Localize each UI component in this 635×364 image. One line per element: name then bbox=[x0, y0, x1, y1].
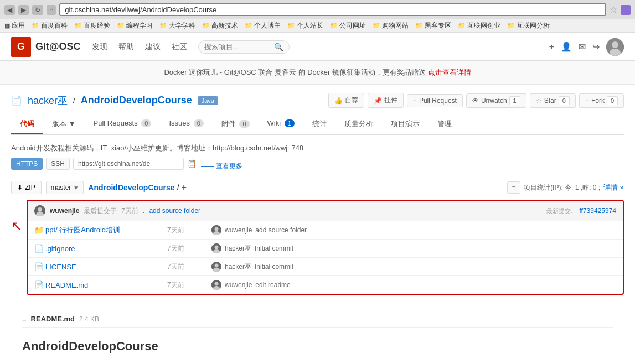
tab-quality[interactable]: 质量分析 bbox=[335, 115, 382, 134]
banner-link[interactable]: 点击查看详情 bbox=[428, 68, 471, 76]
svg-point-16 bbox=[215, 282, 219, 286]
star-button[interactable]: ☆ Star 0 bbox=[530, 93, 576, 108]
owner-link[interactable]: hacker巫 bbox=[28, 95, 68, 106]
file-name-link[interactable]: ppt/ 行行圈Android培训 bbox=[45, 225, 167, 235]
bookmark-gaoxin[interactable]: 📁 高新技术 bbox=[202, 21, 238, 30]
tab-versions[interactable]: 版本 ▼ bbox=[43, 115, 85, 134]
fork-button[interactable]: ⑂ Fork 0 bbox=[579, 93, 624, 108]
tab-attachments[interactable]: 附件 0 bbox=[213, 115, 259, 134]
file-list: 📁 ppt/ 行行圈Android培训 7天前 wuwenjie add sou… bbox=[28, 221, 623, 294]
tab-wiki[interactable]: Wiki 1 bbox=[259, 115, 303, 134]
tab-demo[interactable]: 项目演示 bbox=[382, 115, 429, 134]
file-author-avatar bbox=[211, 225, 221, 235]
tab-pullrequests[interactable]: Pull Requests 0 bbox=[85, 115, 161, 134]
search-input[interactable] bbox=[204, 43, 271, 51]
avatar-image bbox=[606, 38, 624, 56]
bookmark-zhanzhan[interactable]: 📁 个人站长 bbox=[287, 21, 323, 30]
url-bar[interactable] bbox=[59, 3, 606, 16]
bookmark-apps[interactable]: ▦ 应用 bbox=[4, 21, 25, 30]
nav-discover[interactable]: 发现 bbox=[92, 42, 107, 52]
bookmark-star-button[interactable]: ☆ bbox=[610, 4, 617, 15]
file-name-link[interactable]: LICENSE bbox=[45, 263, 167, 271]
zip-label: ZIP bbox=[25, 184, 35, 191]
folder-icon: 📁 bbox=[159, 22, 167, 29]
bookmark-gongsi[interactable]: 📁 公司网址 bbox=[330, 21, 366, 30]
bookmark-daxue[interactable]: 📁 大学学科 bbox=[159, 21, 195, 30]
forward-button[interactable]: ▶ bbox=[18, 5, 29, 15]
nav-suggestion[interactable]: 建议 bbox=[145, 42, 161, 52]
file-author-name: wuwenjie bbox=[225, 281, 252, 289]
widget-button[interactable]: 📌 挂件 bbox=[368, 93, 404, 108]
path-root-link[interactable]: AndroidDevelopCourse bbox=[88, 183, 174, 192]
search-button[interactable]: 🔍 bbox=[274, 43, 283, 51]
fork-icon: ⑂ bbox=[585, 97, 589, 105]
search-box[interactable]: 🔍 bbox=[198, 40, 290, 54]
bookmark-hulianwang-fenxi[interactable]: 📁 互联网分析 bbox=[507, 21, 550, 30]
pr-label: Pull Request bbox=[419, 97, 457, 105]
unwatch-button[interactable]: 👁 Unwatch 1 bbox=[466, 93, 526, 108]
tab-attach-label: 附件 bbox=[221, 119, 236, 128]
widget-label: 挂件 bbox=[384, 96, 397, 105]
tab-admin[interactable]: 管理 bbox=[429, 115, 461, 134]
unwatch-label: Unwatch bbox=[481, 97, 507, 105]
repo-content: Android开发教程相关源码，IT_xiao/小巫维护更新。博客地址：http… bbox=[0, 135, 635, 364]
pullrequest-button[interactable]: ⑂ Pull Request bbox=[407, 94, 463, 107]
tab-code[interactable]: 代码 bbox=[11, 115, 43, 134]
watch-count: 1 bbox=[509, 96, 520, 105]
file-time: 7天前 bbox=[167, 262, 211, 272]
add-button[interactable]: + bbox=[549, 42, 554, 52]
file-commit-msg: edit readme bbox=[255, 281, 290, 289]
clone-https-button[interactable]: HTTPS bbox=[11, 158, 43, 170]
file-name-link[interactable]: README.md bbox=[45, 281, 167, 289]
avatar[interactable] bbox=[606, 38, 624, 56]
back-button[interactable]: ◀ bbox=[4, 5, 15, 15]
show-more-link[interactable]: —— 查看更多 bbox=[201, 162, 242, 171]
site-logo[interactable]: G bbox=[11, 37, 31, 57]
logo-area: G Git@OSC bbox=[11, 37, 81, 57]
bookmark-hulianwang-chuangye[interactable]: 📁 互联网创业 bbox=[458, 21, 500, 30]
download-icon: ⬇ bbox=[17, 184, 23, 191]
clone-ssh-button[interactable]: SSH bbox=[46, 158, 70, 170]
user-button[interactable]: 👤 bbox=[561, 41, 572, 52]
home-button[interactable]: ⌂ bbox=[47, 5, 56, 15]
bookmark-jingyan[interactable]: 📁 百度经验 bbox=[74, 21, 110, 30]
clone-url-input[interactable] bbox=[73, 158, 184, 170]
tab-stats[interactable]: 统计 bbox=[303, 115, 335, 134]
recommend-button[interactable]: 👍 自荐 bbox=[328, 93, 364, 108]
mail-button[interactable]: ✉ bbox=[579, 41, 586, 52]
file-author-name: hacker巫 bbox=[225, 262, 251, 272]
add-file-button[interactable]: + bbox=[182, 183, 187, 193]
share-button[interactable]: ↪ bbox=[592, 41, 600, 52]
file-name-link[interactable]: .gitignore bbox=[45, 245, 167, 253]
copy-url-button[interactable]: 📋 bbox=[187, 159, 197, 168]
stats-text: 项目统计(IP): 今: 1 ,昨: 0 ; bbox=[524, 183, 600, 193]
folder-icon: 📁 bbox=[507, 22, 515, 29]
bookmark-heike[interactable]: 📁 黑客专区 bbox=[415, 21, 451, 30]
zip-download-button[interactable]: ⬇ ZIP bbox=[11, 181, 42, 194]
file-commit-msg: Initial commit bbox=[255, 263, 293, 271]
bookmark-baike[interactable]: 📁 百度百科 bbox=[32, 21, 68, 30]
latest-commit-hash-link[interactable]: ff739425974 bbox=[579, 207, 616, 215]
bookmark-gouwu[interactable]: 📁 购物网站 bbox=[373, 21, 409, 30]
bookmark-jingyan-label: 百度经验 bbox=[84, 21, 110, 30]
tab-pr-label: Pull Requests bbox=[94, 119, 138, 127]
red-arrow-icon: ↙ bbox=[11, 219, 22, 235]
bookmark-biancheng[interactable]: 📁 编程学习 bbox=[117, 21, 153, 30]
repo-owner-link[interactable]: hacker巫 bbox=[28, 94, 68, 107]
refresh-button[interactable]: ↻ bbox=[32, 5, 43, 15]
file-time: 7天前 bbox=[167, 244, 211, 253]
bookmark-bozhu-label: 个人博主 bbox=[254, 21, 281, 30]
tab-issues[interactable]: Issues 0 bbox=[160, 115, 212, 134]
nav-community[interactable]: 社区 bbox=[172, 42, 187, 52]
stats-layout-button[interactable]: ≡ bbox=[507, 181, 520, 194]
repo-name-link[interactable]: AndroidDevelopCourse bbox=[81, 95, 192, 106]
folder-icon: 📁 bbox=[74, 22, 82, 29]
latest-commit-label: 最新提交: bbox=[546, 207, 572, 215]
bookmark-bozhu[interactable]: 📁 个人博主 bbox=[245, 21, 281, 30]
url-input[interactable] bbox=[65, 6, 601, 14]
nav-help[interactable]: 帮助 bbox=[118, 42, 134, 52]
stats-detail-link[interactable]: 详情 » bbox=[603, 183, 624, 193]
commit-message-link[interactable]: add source folder bbox=[149, 207, 200, 215]
branch-selector[interactable]: master ▼ bbox=[46, 181, 84, 194]
widget-icon: 📌 bbox=[374, 97, 382, 105]
